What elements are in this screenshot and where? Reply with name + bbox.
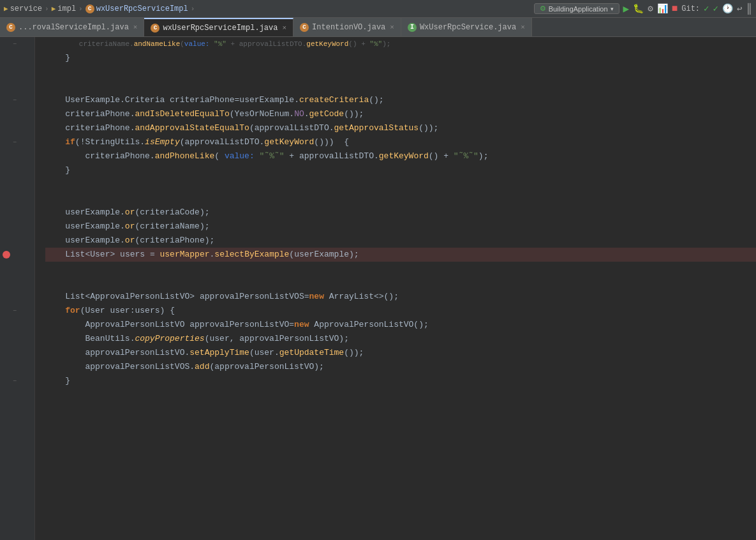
breadcrumb-impl[interactable]: ▶ impl (52, 4, 76, 13)
code-line-for-loop: for(User user:users) { (45, 304, 756, 318)
gutter-line-blank2 (0, 79, 34, 93)
tab-icon-wx: c (151, 24, 159, 33)
gutter-line-phone-like (0, 149, 34, 163)
code-line-close-brace-1: } (45, 51, 756, 65)
tab-label-service: WxUserRpcService.java (420, 23, 516, 32)
tab-close-intention[interactable]: × (390, 24, 394, 31)
code-line-blank-3 (45, 177, 756, 191)
code-line-new-approval-vo: ApprovalPersonListVO approvalPersonListV… (45, 318, 756, 332)
debug-icon[interactable]: 🐛 (633, 3, 644, 14)
tab-close-approval[interactable]: × (133, 24, 138, 31)
gutter-line-or-code (0, 206, 34, 220)
gutter-line-for: − (0, 304, 34, 318)
breadcrumb-impl-label: impl (57, 4, 76, 13)
breakpoint-dot (3, 251, 10, 259)
git-check-1[interactable]: ✓ (704, 3, 709, 14)
code-text: criteriaPhone.andApprovalStateEqualTo(ap… (45, 121, 438, 135)
gutter-line-or-phone (0, 234, 34, 248)
code-text: BeanUtils.copyProperties(user, approvalP… (45, 332, 349, 346)
gutter-line-add (0, 360, 34, 374)
gutter-line-blank1 (0, 65, 34, 79)
profile-icon[interactable]: 📊 (657, 3, 668, 14)
code-text: for(User user:users) { (45, 304, 175, 318)
fold-icon-if[interactable]: − (13, 139, 17, 146)
gutter-line-set-apply (0, 346, 34, 360)
fold-icon-criteria[interactable]: − (13, 97, 17, 104)
tab-close-wx[interactable]: × (282, 24, 286, 32)
gutter-line-or-name (0, 220, 34, 234)
gutter-line-blank4 (0, 191, 34, 206)
code-line-blank-5 (45, 262, 756, 276)
tab-label-wx: wxUserRpcServiceImpl.java (163, 24, 278, 33)
build-icon: ⚙ (540, 4, 546, 13)
gutter-line-if: − (0, 135, 34, 149)
tab-label-approval: ...rovalServiceImpl.java (19, 23, 129, 32)
gutter-line-bean-utils (0, 332, 34, 346)
code-text: List<User> users = userMapper.selectByEx… (45, 248, 359, 262)
breadcrumb-service[interactable]: ▶ service (4, 4, 42, 13)
code-line-or-code: userExample.or(criteriaCode); (45, 206, 756, 220)
code-line-or-name: userExample.or(criteriaName); (45, 220, 756, 234)
code-text: } (45, 163, 70, 177)
code-line-phone-like: criteriaPhone.andPhoneLike( value: "˜%˜"… (45, 149, 756, 163)
class-icon: c (85, 4, 94, 13)
tab-wx-user-rpc-service-impl[interactable]: c wxUserRpcServiceImpl.java × (144, 18, 293, 37)
code-text: } (45, 51, 70, 65)
code-text: userExample.or(criteriaName); (45, 220, 210, 234)
gutter-line-new-vo (0, 318, 34, 332)
file-tabs: c ...rovalServiceImpl.java × c wxUserRpc… (0, 18, 756, 37)
gutter-line-users[interactable] (0, 248, 34, 262)
more-icon[interactable]: ║ (746, 3, 752, 15)
top-bar: ▶ service › ▶ impl › c wxUserRpcServiceI… (0, 0, 756, 18)
folder-icon-impl: ▶ (52, 4, 56, 13)
breadcrumb-class[interactable]: c wxUserRpcServiceImpl (85, 4, 188, 13)
collapsed-text: criteriaName.andNameLike(value: "%" + ap… (45, 37, 390, 51)
code-line-bean-utils: BeanUtils.copyProperties(user, approvalP… (45, 332, 756, 346)
fold-icon-close-for[interactable]: − (13, 378, 17, 385)
code-line-users-list: List<User> users = userMapper.selectByEx… (45, 248, 756, 262)
gutter-line-2 (0, 51, 34, 65)
code-text: } (45, 374, 70, 388)
code-line-collapsed-top: criteriaName.andNameLike(value: "%" + ap… (45, 37, 756, 51)
coverage-icon[interactable]: ⚙ (648, 3, 653, 14)
stop-button[interactable]: ■ (672, 3, 678, 15)
code-content: criteriaName.andNameLike(value: "%" + ap… (35, 37, 756, 401)
git-check-2[interactable]: ✓ (713, 3, 718, 14)
code-line-and-approval: criteriaPhone.andApprovalStateEqualTo(ap… (45, 121, 756, 135)
tab-close-service[interactable]: × (521, 24, 525, 31)
breadcrumb-sep-1: › (45, 5, 49, 13)
code-line-blank-1 (45, 65, 756, 79)
git-undo-icon[interactable]: ↩ (737, 3, 742, 14)
git-label: Git: (681, 4, 700, 13)
code-line-set-apply-time: approvalPersonListVO.setApplyTime(user.g… (45, 346, 756, 360)
tab-intention-vo[interactable]: c IntentionVO.java × (293, 18, 401, 37)
gutter-line-criteria-phone: − (0, 93, 34, 107)
code-area[interactable]: criteriaName.andNameLike(value: "%" + ap… (35, 37, 756, 540)
gutter-line-collapsed: − (0, 37, 34, 51)
tab-icon-approval: c (6, 23, 15, 32)
git-history-icon[interactable]: 🕐 (722, 3, 733, 14)
editor-area: − − − (0, 37, 756, 540)
breadcrumb-class-label: wxUserRpcServiceImpl (96, 4, 188, 13)
code-line-and-deleted: criteriaPhone.andIsDeletedEqualTo(YesOrN… (45, 107, 756, 121)
code-line-close-if: } (45, 163, 756, 177)
build-chevron: ▾ (611, 6, 614, 12)
tab-approval-service-impl[interactable]: c ...rovalServiceImpl.java × (0, 18, 144, 37)
run-button[interactable]: ▶ (623, 3, 630, 15)
code-text: userExample.or(criteriaCode); (45, 206, 210, 220)
gutter-line-blank6 (0, 276, 34, 290)
fold-icon-for[interactable]: − (13, 308, 17, 315)
build-button[interactable]: ⚙ BuildingApplication ▾ (534, 3, 619, 14)
fold-icon-top[interactable]: − (13, 41, 17, 48)
code-text: approvalPersonListVOS.add(approvalPerson… (45, 360, 324, 374)
build-section: ⚙ BuildingApplication ▾ ▶ 🐛 ⚙ 📊 ■ Git: ✓… (534, 3, 752, 15)
breadcrumb-sep-2: › (78, 5, 83, 13)
gutter-line-approval-list (0, 290, 34, 304)
code-text: if(!StringUtils.isEmpty(approvalListDTO.… (45, 135, 349, 149)
code-line-blank-4 (45, 191, 756, 206)
code-line-approval-list-vos: List<ApprovalPersonListVO> approvalPerso… (45, 290, 756, 304)
tab-wx-user-rpc-service[interactable]: I WxUserRpcService.java × (401, 18, 532, 37)
code-line-blank-6 (45, 276, 756, 290)
code-text: criteriaPhone.andIsDeletedEqualTo(YesOrN… (45, 107, 364, 121)
code-line-add-vo: approvalPersonListVOS.add(approvalPerson… (45, 360, 756, 374)
